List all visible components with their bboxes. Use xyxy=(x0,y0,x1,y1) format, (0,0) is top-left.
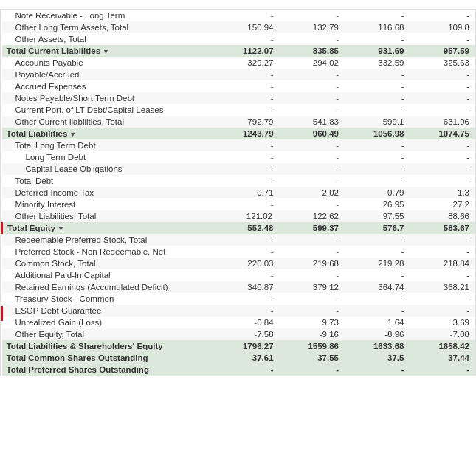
cell-value: - xyxy=(280,198,345,210)
cell-value: 97.55 xyxy=(345,210,410,222)
row-label: Unrealized Gain (Loss) xyxy=(2,317,215,328)
cell-value: - xyxy=(214,163,279,175)
cell-value: - xyxy=(280,305,345,317)
cell-value: 379.12 xyxy=(280,281,345,293)
row-label: Note Receivable - Long Term xyxy=(2,10,215,21)
cell-value: 1559.86 xyxy=(280,340,345,352)
row-label: Payable/Accrued xyxy=(2,69,215,80)
cell-value: - xyxy=(410,293,475,305)
row-label: Redeemable Preferred Stock, Total xyxy=(2,234,215,246)
cell-value: 1658.42 xyxy=(410,340,475,352)
cell-value: - xyxy=(280,92,345,104)
row-label: Preferred Stock - Non Redeemable, Net xyxy=(2,246,215,258)
cell-value: 116.68 xyxy=(345,21,410,33)
cell-value: 218.84 xyxy=(410,258,475,269)
cell-value: 132.79 xyxy=(280,21,345,33)
cell-value: -8.96 xyxy=(345,328,410,340)
cell-value: - xyxy=(345,305,410,317)
cell-value: - xyxy=(280,246,345,258)
header xyxy=(0,0,476,9)
cell-value: - xyxy=(280,139,345,151)
row-label: Common Stock, Total xyxy=(2,258,215,269)
cell-value: - xyxy=(410,33,475,45)
cell-value: -9.16 xyxy=(280,328,345,340)
row-label: Total Preferred Shares Outstanding xyxy=(2,364,215,376)
cell-value: - xyxy=(410,364,475,376)
cell-value: - xyxy=(214,305,279,317)
cell-value: - xyxy=(214,69,279,80)
cell-value: 37.61 xyxy=(214,352,279,364)
cell-value: - xyxy=(214,293,279,305)
cell-value: - xyxy=(345,80,410,92)
cell-value: - xyxy=(345,269,410,281)
row-label: Total Liabilities & Shareholders' Equity xyxy=(2,340,215,352)
cell-value: 37.5 xyxy=(345,352,410,364)
cell-value: 552.48 xyxy=(214,222,279,234)
cell-value: - xyxy=(345,139,410,151)
cell-value: - xyxy=(410,104,475,116)
cell-value: 0.71 xyxy=(214,187,279,198)
row-label: Accounts Payable xyxy=(2,57,215,69)
row-label: Other Assets, Total xyxy=(2,33,215,45)
cell-value: 9.73 xyxy=(280,317,345,328)
cell-value: - xyxy=(214,269,279,281)
cell-value: 121.02 xyxy=(214,210,279,222)
cell-value: -0.84 xyxy=(214,317,279,328)
total-equity-row: Total Equity▼552.48599.37576.7583.67 xyxy=(2,222,476,234)
cell-value: -7.58 xyxy=(214,328,279,340)
cell-value: 26.95 xyxy=(345,198,410,210)
cell-value: 325.63 xyxy=(410,57,475,69)
cell-value: - xyxy=(280,104,345,116)
cell-value: - xyxy=(214,104,279,116)
row-label: Total Debt xyxy=(2,175,215,187)
cell-value: 332.59 xyxy=(345,57,410,69)
cell-value: - xyxy=(410,175,475,187)
cell-value: - xyxy=(345,246,410,258)
chevron-down-icon[interactable]: ▼ xyxy=(58,225,64,232)
cell-value: - xyxy=(345,234,410,246)
cell-value: 541.83 xyxy=(280,116,345,128)
cell-value: 1074.75 xyxy=(410,128,475,139)
cell-value: 835.85 xyxy=(280,45,345,57)
cell-value: 583.67 xyxy=(410,222,475,234)
cell-value: 37.44 xyxy=(410,352,475,364)
cell-value: 1.3 xyxy=(410,187,475,198)
chevron-down-icon[interactable]: ▼ xyxy=(103,48,109,55)
cell-value: - xyxy=(410,305,475,317)
balance-sheet-table: Note Receivable - Long Term----Other Lon… xyxy=(1,10,475,376)
cell-value: - xyxy=(280,269,345,281)
cell-value: 109.8 xyxy=(410,21,475,33)
cell-value: 2.02 xyxy=(280,187,345,198)
cell-value: 122.62 xyxy=(280,210,345,222)
cell-value: - xyxy=(214,364,279,376)
cell-value: - xyxy=(214,92,279,104)
cell-value: - xyxy=(280,163,345,175)
cell-value: 368.21 xyxy=(410,281,475,293)
cell-value: 960.49 xyxy=(280,128,345,139)
cell-value: - xyxy=(214,151,279,163)
cell-value: - xyxy=(214,234,279,246)
cell-value: - xyxy=(410,80,475,92)
cell-value: - xyxy=(214,175,279,187)
cell-value: - xyxy=(410,69,475,80)
cell-value: - xyxy=(345,10,410,21)
cell-value: 599.37 xyxy=(280,222,345,234)
chevron-down-icon[interactable]: ▼ xyxy=(69,131,76,138)
cell-value: - xyxy=(280,175,345,187)
cell-value: 37.55 xyxy=(280,352,345,364)
cell-value: - xyxy=(410,269,475,281)
cell-value: - xyxy=(345,33,410,45)
cell-value: - xyxy=(280,234,345,246)
cell-value: 294.02 xyxy=(280,57,345,69)
cell-value: 219.68 xyxy=(280,258,345,269)
cell-value: 931.69 xyxy=(345,45,410,57)
cell-value: 364.74 xyxy=(345,281,410,293)
row-label: Total Current Liabilities xyxy=(7,46,101,55)
cell-value: - xyxy=(280,151,345,163)
cell-value: - xyxy=(280,33,345,45)
cell-value: 1796.27 xyxy=(214,340,279,352)
cell-value: 792.79 xyxy=(214,116,279,128)
cell-value: - xyxy=(345,151,410,163)
row-label: Current Port. of LT Debt/Capital Leases xyxy=(2,104,215,116)
cell-value: 27.2 xyxy=(410,198,475,210)
